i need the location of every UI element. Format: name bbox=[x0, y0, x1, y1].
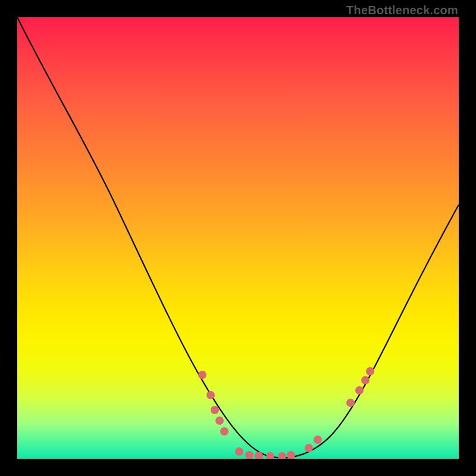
chart-plot-area bbox=[17, 17, 459, 459]
data-point bbox=[361, 376, 369, 384]
data-point bbox=[355, 386, 364, 394]
bottleneck-curve bbox=[17, 17, 459, 458]
data-point bbox=[245, 451, 253, 459]
data-point bbox=[215, 416, 224, 425]
data-point bbox=[255, 452, 263, 459]
data-point bbox=[305, 444, 313, 452]
data-point bbox=[198, 371, 206, 379]
data-point bbox=[278, 452, 286, 459]
data-point bbox=[220, 427, 228, 436]
data-point bbox=[235, 447, 243, 456]
data-point bbox=[266, 452, 274, 459]
bottleneck-chart-svg bbox=[17, 17, 459, 459]
data-point bbox=[211, 406, 219, 414]
data-point bbox=[346, 399, 355, 407]
attribution-label: TheBottleneck.com bbox=[346, 4, 458, 17]
data-point bbox=[366, 367, 374, 375]
data-point bbox=[287, 451, 295, 459]
data-point bbox=[314, 436, 322, 444]
data-point bbox=[206, 391, 215, 399]
